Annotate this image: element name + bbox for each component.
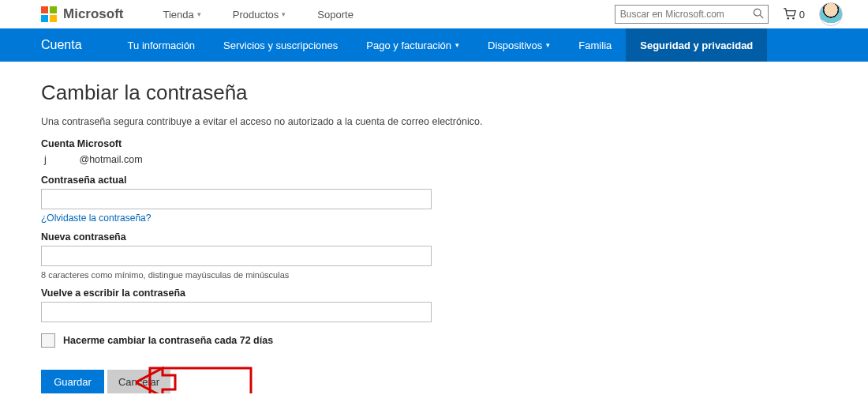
nav-item-label: Tienda [163, 9, 194, 21]
current-password-group: Contraseña actual ¿Olvidaste la contrase… [41, 175, 751, 224]
svg-point-0 [754, 9, 761, 16]
new-password-hint: 8 caracteres como mínimo, distingue mayú… [41, 270, 751, 280]
tab-familia[interactable]: Familia [564, 28, 626, 62]
cart-icon [783, 8, 797, 21]
main-content: Cambiar la contraseña Una contraseña seg… [41, 81, 751, 393]
tab-dispositivos[interactable]: Dispositivos ▾ [473, 28, 564, 62]
account-nav-bar: Cuenta Tu información Servicios y suscri… [0, 28, 868, 62]
nav-tienda[interactable]: Tienda ▾ [163, 9, 201, 21]
tab-servicios[interactable]: Servicios y suscripciones [209, 28, 352, 62]
new-password-group: Nueva contraseña 8 caracteres como mínim… [41, 231, 751, 280]
cart-count: 0 [799, 9, 805, 21]
tab-label: Pago y facturación [366, 39, 451, 51]
page-description: Una contraseña segura contribuye a evita… [41, 116, 751, 127]
confirm-password-label: Vuelve a escribir la contraseña [41, 288, 751, 299]
page-title: Cambiar la contraseña [41, 81, 751, 105]
email-suffix: @hotmail.com [79, 154, 142, 165]
header-right: 0 [615, 2, 843, 26]
microsoft-logo-icon [41, 6, 57, 22]
new-password-label: Nueva contraseña [41, 231, 751, 243]
account-nav: Tu información Servicios y suscripciones… [114, 28, 768, 62]
confirm-password-group: Vuelve a escribir la contraseña [41, 288, 751, 322]
top-nav: Tienda ▾ Productos ▾ Soporte [163, 9, 354, 21]
avatar[interactable] [819, 2, 843, 26]
nav-productos[interactable]: Productos ▾ [233, 9, 286, 21]
search-wrap [615, 5, 769, 24]
forgot-password-link[interactable]: ¿Olvidaste la contraseña? [41, 213, 151, 224]
account-heading: Cuenta [41, 28, 82, 62]
tab-label: Familia [578, 39, 612, 51]
save-button[interactable]: Guardar [41, 370, 104, 393]
search-input[interactable] [615, 5, 769, 24]
tab-seguridad[interactable]: Seguridad y privacidad [626, 28, 767, 62]
tab-pago[interactable]: Pago y facturación ▾ [352, 28, 473, 62]
svg-line-1 [760, 15, 763, 18]
account-email: j @hotmail.com [44, 154, 751, 165]
force-change-row: Hacerme cambiar la contraseña cada 72 dí… [41, 333, 751, 348]
nav-soporte[interactable]: Soporte [317, 9, 354, 21]
button-row: Guardar Cancelar [41, 370, 751, 393]
current-password-label: Contraseña actual [41, 175, 751, 186]
new-password-input[interactable] [41, 246, 432, 266]
tab-label: Servicios y suscripciones [223, 39, 338, 51]
header-left: Microsoft Tienda ▾ Productos ▾ Soporte [41, 6, 354, 22]
search-icon[interactable] [753, 8, 764, 21]
confirm-password-input[interactable] [41, 302, 432, 322]
account-label: Cuenta Microsoft [41, 138, 751, 149]
cancel-button[interactable]: Cancelar [107, 370, 170, 393]
cart-button[interactable]: 0 [783, 8, 805, 21]
force-change-label: Hacerme cambiar la contraseña cada 72 dí… [63, 335, 273, 346]
svg-point-2 [787, 17, 788, 19]
tab-label: Seguridad y privacidad [640, 39, 753, 51]
chevron-down-icon: ▾ [546, 41, 550, 49]
email-prefix: j [44, 154, 47, 165]
nav-item-label: Soporte [317, 9, 354, 21]
tab-tu-informacion[interactable]: Tu información [114, 28, 210, 62]
chevron-down-icon: ▾ [282, 10, 286, 18]
brand-name: Microsoft [63, 6, 124, 22]
top-header: Microsoft Tienda ▾ Productos ▾ Soporte [0, 0, 868, 28]
chevron-down-icon: ▾ [455, 41, 459, 49]
chevron-down-icon: ▾ [197, 10, 201, 18]
microsoft-logo[interactable]: Microsoft [41, 6, 124, 22]
current-password-input[interactable] [41, 189, 432, 209]
nav-item-label: Productos [233, 9, 279, 21]
force-change-checkbox[interactable] [41, 333, 55, 348]
svg-point-3 [792, 17, 794, 19]
tab-label: Dispositivos [488, 39, 542, 51]
tab-label: Tu información [128, 39, 196, 51]
